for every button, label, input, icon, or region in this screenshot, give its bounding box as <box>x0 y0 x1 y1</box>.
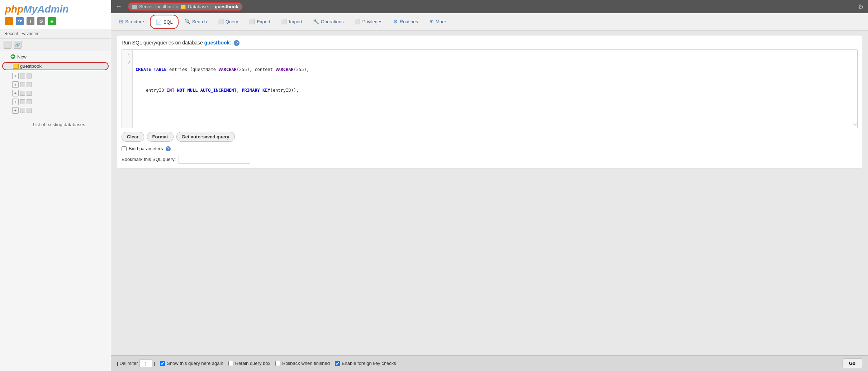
tab-privileges[interactable]: ⬜ Privileges <box>349 13 387 30</box>
delimiter-suffix: ] <box>154 361 155 366</box>
breadcrumb-db-name: guestbook <box>215 4 238 9</box>
autosave-button[interactable]: Get auto-saved query <box>176 132 235 142</box>
settings-gear-icon[interactable]: ⚙ <box>858 3 864 11</box>
guestbook-label: guestbook <box>20 63 42 69</box>
power-icon[interactable]: ◉ <box>48 17 56 25</box>
plus-icon-2[interactable]: + <box>12 81 19 88</box>
new-label: New <box>17 54 27 60</box>
routines-icon: ⚙ <box>393 19 398 24</box>
sql-code-display[interactable]: CREATE TABLE entries (guestName VARCHAR(… <box>133 50 857 128</box>
tab-export-label: Export <box>257 19 270 24</box>
table-icon-3 <box>20 82 25 87</box>
server-icon <box>132 5 137 9</box>
table-icon-6 <box>27 91 32 96</box>
home-icon[interactable]: ⌂ <box>5 17 13 25</box>
structure-icon: ⊞ <box>119 19 123 24</box>
bind-params-label: Bind parameters <box>129 146 163 151</box>
plus-icon-4[interactable]: + <box>12 99 19 105</box>
table-icon-5 <box>20 91 25 96</box>
show-query-label: Show this query here again <box>167 361 223 366</box>
bind-params-help-icon[interactable]: ? <box>166 146 171 151</box>
retain-box-label: Retain query box <box>235 361 270 366</box>
sql-help-icon[interactable]: ? <box>234 40 239 46</box>
subitem-4[interactable]: + <box>9 97 111 106</box>
tab-search[interactable]: 🔍 Search <box>179 13 212 30</box>
tab-export[interactable]: ⬜ Export <box>244 13 275 30</box>
main-content: ← Server: localhost » Database: guestboo… <box>111 0 868 371</box>
tab-more-label: More <box>436 19 446 24</box>
top-bar: ← Server: localhost » Database: guestboo… <box>111 0 868 13</box>
sql-options: Bind parameters ? Bookmark this SQL quer… <box>122 146 858 164</box>
export-icon: ⬜ <box>249 19 255 24</box>
tab-search-label: Search <box>192 19 207 24</box>
breadcrumb-separator: » <box>176 4 179 9</box>
db-icon <box>181 5 186 9</box>
bind-params-checkbox[interactable] <box>122 146 127 151</box>
link-btn[interactable]: 🔗 <box>14 41 22 49</box>
import-icon: ⬜ <box>281 19 287 24</box>
logo-area: phpMyAdmin ⌂ 🗺 ℹ ⚙ ◉ <box>0 0 111 29</box>
breadcrumb-box: Server: localhost » Database: guestbook <box>128 2 243 11</box>
expand-icon <box>4 54 9 59</box>
new-icon <box>10 54 16 60</box>
nav-tabs: ⊞ Structure 📄 SQL 🔍 Search ⬜ Query ⬜ Exp… <box>111 13 868 31</box>
sql-header-text: Run SQL query/queries on database <box>122 40 203 46</box>
rollback-label: Rollback when finished <box>282 361 330 366</box>
retain-box-checkbox[interactable] <box>228 361 233 366</box>
tab-structure[interactable]: ⊞ Structure <box>114 13 149 30</box>
table-icon-1 <box>20 73 25 79</box>
foreign-key-option: Enable foreign key checks <box>335 361 396 366</box>
go-button[interactable]: Go <box>842 358 862 368</box>
server-label: Server: localhost <box>139 4 174 9</box>
guestbook-expand: − <box>6 64 11 69</box>
foreign-key-checkbox[interactable] <box>335 361 340 366</box>
list-of-db-label: List of existing databases <box>33 122 85 127</box>
format-button[interactable]: Format <box>147 132 174 142</box>
info-icon[interactable]: ℹ <box>27 17 34 25</box>
resize-handle[interactable]: ⇲ <box>853 122 857 127</box>
tab-import[interactable]: ⬜ Import <box>276 13 307 30</box>
plus-icon-1[interactable]: + <box>12 73 19 79</box>
subitem-3[interactable]: + <box>9 89 111 97</box>
sidebar-tree: New − guestbook + + + <box>0 51 111 371</box>
tab-more[interactable]: ▼ More <box>424 13 451 30</box>
tab-privileges-label: Privileges <box>362 19 382 24</box>
recent-link[interactable]: Recent <box>4 31 18 36</box>
bookmark-label: Bookmark this SQL query: <box>122 157 176 162</box>
tab-sql-label: SQL <box>163 19 173 25</box>
gear-icon[interactable]: ⚙ <box>37 17 45 25</box>
tab-query-label: Query <box>226 19 238 24</box>
bottom-bar: [ Delimiter ] Show this query here again… <box>111 355 868 371</box>
query-icon: ⬜ <box>218 19 224 24</box>
collapse-btn[interactable]: − <box>4 41 11 49</box>
map-icon[interactable]: 🗺 <box>16 17 24 25</box>
search-icon: 🔍 <box>184 19 190 24</box>
table-icon-2 <box>27 73 32 79</box>
sidebar-item-new[interactable]: New <box>0 53 111 61</box>
subitem-5[interactable]: + <box>9 106 111 115</box>
back-button[interactable]: ← <box>115 3 122 10</box>
tab-operations[interactable]: 🔧 Operations <box>308 13 349 30</box>
sql-panel: Run SQL query/queries on database guestb… <box>117 35 862 168</box>
table-icon-9 <box>20 108 25 113</box>
subitem-1[interactable]: + <box>9 72 111 80</box>
plus-icon-5[interactable]: + <box>12 107 19 114</box>
sidebar: phpMyAdmin ⌂ 🗺 ℹ ⚙ ◉ Recent Favorites − … <box>0 0 111 371</box>
show-query-checkbox[interactable] <box>160 361 165 366</box>
breadcrumb-db-label: Database: <box>188 4 209 9</box>
clear-button[interactable]: Clear <box>122 132 144 142</box>
rollback-checkbox[interactable] <box>275 361 280 366</box>
privileges-icon: ⬜ <box>354 19 360 24</box>
sql-icon: 📄 <box>156 19 162 25</box>
delimiter-input[interactable] <box>139 360 152 367</box>
more-dropdown-icon: ▼ <box>429 19 434 24</box>
bookmark-input[interactable] <box>179 155 250 164</box>
subitem-2[interactable]: + <box>9 80 111 89</box>
tab-routines[interactable]: ⚙ Routines <box>388 13 423 30</box>
list-of-databases: List of existing databases <box>0 115 111 131</box>
sidebar-item-guestbook[interactable]: − guestbook <box>2 62 109 70</box>
plus-icon-3[interactable]: + <box>12 90 19 96</box>
tab-query[interactable]: ⬜ Query <box>213 13 243 30</box>
favorites-link[interactable]: Favorites <box>22 31 39 36</box>
tab-sql[interactable]: 📄 SQL <box>150 15 179 29</box>
